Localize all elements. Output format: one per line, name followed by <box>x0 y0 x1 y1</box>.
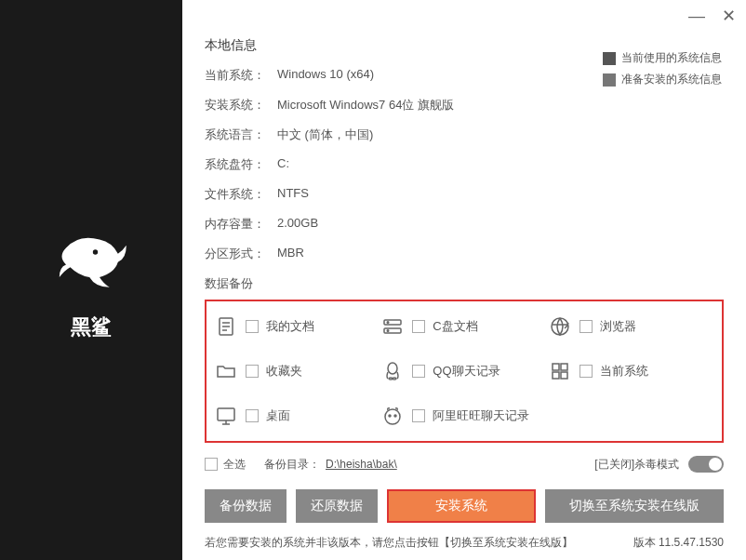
backup-header: 数据备份 <box>205 275 724 292</box>
aliwangwang-icon <box>380 404 405 428</box>
backup-dir-link[interactable]: D:\heisha\bak\ <box>326 458 397 471</box>
backup-item-browser[interactable]: 浏览器 <box>548 314 714 339</box>
checkbox[interactable] <box>579 320 593 333</box>
antivirus-toggle[interactable] <box>688 456 724 473</box>
document-icon <box>214 314 238 339</box>
footer-hint: 若您需要安装的系统并非该版本，请您点击按钮【切换至系统安装在线版】 <box>205 535 573 551</box>
backup-label: 我的文档 <box>266 318 314 335</box>
titlebar: — ✕ <box>688 7 737 24</box>
svg-point-0 <box>93 249 98 254</box>
svg-point-8 <box>388 330 390 332</box>
info-value: Windows 10 (x64) <box>277 67 374 84</box>
action-buttons: 备份数据 还原数据 安装系统 切换至系统安装在线版 <box>205 489 724 523</box>
checkbox[interactable] <box>246 409 259 422</box>
info-value: MBR <box>277 246 304 262</box>
svg-rect-16 <box>561 372 567 379</box>
close-button[interactable]: ✕ <box>720 7 737 24</box>
backup-item-current-system[interactable]: 当前系统 <box>548 359 714 383</box>
info-label: 文件系统： <box>205 186 277 203</box>
legend-current: 当前使用的系统信息 <box>603 50 722 66</box>
info-label: 当前系统： <box>205 67 277 84</box>
info-label: 系统盘符： <box>205 156 277 173</box>
backup-item-aliwangwang[interactable]: 阿里旺旺聊天记录 <box>380 404 547 428</box>
svg-point-22 <box>394 415 396 417</box>
backup-label: 阿里旺旺聊天记录 <box>433 407 529 424</box>
checkbox[interactable] <box>412 409 425 422</box>
select-all-checkbox[interactable] <box>205 458 218 471</box>
install-button[interactable]: 安装系统 <box>387 489 536 523</box>
checkbox[interactable] <box>246 320 259 333</box>
backup-label: 当前系统 <box>600 363 648 380</box>
backup-item-qq[interactable]: QQ聊天记录 <box>380 359 547 383</box>
backup-options: 我的文档 C盘文档 浏览器 收藏夹 <box>205 300 724 443</box>
checkbox[interactable] <box>412 320 425 333</box>
backup-label: 浏览器 <box>600 318 636 335</box>
windows-icon <box>548 359 572 383</box>
svg-point-12 <box>393 378 396 380</box>
legend-current-label: 当前使用的系统信息 <box>621 50 722 66</box>
info-value: 2.00GB <box>277 216 318 233</box>
svg-rect-14 <box>561 364 567 370</box>
svg-point-7 <box>388 322 390 324</box>
info-value: 中文 (简体，中国) <box>277 127 373 143</box>
svg-rect-17 <box>218 408 234 420</box>
svg-point-20 <box>385 409 400 424</box>
browser-icon <box>548 314 572 339</box>
app-logo: 黑鲨 <box>49 219 133 341</box>
minimize-button[interactable]: — <box>688 7 705 24</box>
sidebar: 黑鲨 <box>0 0 182 560</box>
select-all-label: 全选 <box>223 457 246 473</box>
info-label: 系统语言： <box>205 127 277 143</box>
checkbox[interactable] <box>579 365 593 378</box>
info-label: 内存容量： <box>205 216 277 233</box>
footer-version: 版本 11.5.47.1530 <box>633 535 724 551</box>
backup-dir-label: 备份目录： <box>264 457 320 473</box>
antivirus-mode-label: [已关闭]杀毒模式 <box>594 457 679 473</box>
main-panel: — ✕ 当前使用的系统信息 准备安装的系统信息 本地信息 当前系统：Window… <box>182 0 746 560</box>
backup-item-cdocs[interactable]: C盘文档 <box>380 314 547 339</box>
backup-label: 收藏夹 <box>266 363 302 380</box>
backup-item-favorites[interactable]: 收藏夹 <box>214 359 380 383</box>
switch-online-button[interactable]: 切换至系统安装在线版 <box>545 489 724 523</box>
info-value: NTFS <box>277 186 309 203</box>
svg-rect-15 <box>553 372 559 379</box>
backup-label: C盘文档 <box>433 318 477 335</box>
legend-swatch-icon <box>603 52 616 65</box>
system-info: 当前系统：Windows 10 (x64) 安装系统：Microsoft Win… <box>205 67 724 262</box>
desktop-icon <box>214 404 238 428</box>
backup-label: QQ聊天记录 <box>433 363 500 380</box>
svg-rect-13 <box>553 364 559 370</box>
restore-button[interactable]: 还原数据 <box>296 489 378 523</box>
info-value: C: <box>277 156 289 173</box>
info-label: 安装系统： <box>205 97 277 113</box>
svg-point-21 <box>389 415 391 417</box>
options-row: 全选 备份目录： D:\heisha\bak\ [已关闭]杀毒模式 <box>205 456 724 473</box>
shark-icon <box>49 219 133 302</box>
drive-icon <box>380 314 405 339</box>
folder-icon <box>214 359 238 383</box>
qq-icon <box>380 359 405 383</box>
backup-label: 桌面 <box>266 407 290 424</box>
logo-text: 黑鲨 <box>49 313 133 341</box>
backup-item-docs[interactable]: 我的文档 <box>214 314 380 339</box>
backup-item-desktop[interactable]: 桌面 <box>214 404 380 428</box>
svg-point-10 <box>388 363 397 374</box>
footer: 若您需要安装的系统并非该版本，请您点击按钮【切换至系统安装在线版】 版本 11.… <box>205 535 724 551</box>
checkbox[interactable] <box>412 365 425 378</box>
checkbox[interactable] <box>246 365 259 378</box>
backup-button[interactable]: 备份数据 <box>205 489 286 523</box>
info-label: 分区形式： <box>205 246 277 262</box>
info-value: Microsoft Windows7 64位 旗舰版 <box>277 97 454 113</box>
